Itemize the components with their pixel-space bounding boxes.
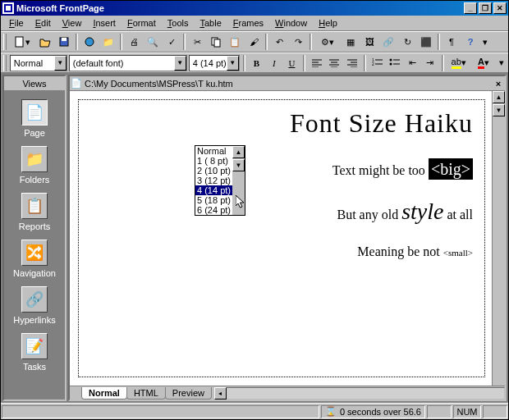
document-tabs: NormalHTMLPreview ◂ (70, 386, 505, 399)
refresh-button[interactable]: ↻ (398, 34, 416, 51)
redo-button[interactable]: ↷ (289, 34, 307, 51)
document-line-1[interactable]: Text might be too <big> (90, 160, 473, 179)
font-size-dropdown[interactable]: Normal1 ( 8 pt)2 (10 pt)3 (12 pt)4 (14 p… (195, 145, 245, 216)
view-item-hyperlinks[interactable]: 🔗Hyperlinks (10, 286, 59, 325)
doc-tab-preview[interactable]: Preview (165, 387, 212, 399)
view-item-navigation[interactable]: 🔀Navigation (10, 240, 59, 278)
document-area: 📄 C:\My Documents\MSPress\T ku.htm × Fon… (68, 75, 507, 401)
menu-window[interactable]: Window (270, 17, 312, 29)
dropdown-icon[interactable]: ▼ (227, 56, 239, 71)
horizontal-scrollbar[interactable]: ◂ (214, 387, 505, 399)
bold-button[interactable]: B (249, 54, 265, 71)
document-icon: 📄 (70, 78, 83, 89)
menubar: FileEditViewInsertFormatToolsTableFrames… (1, 16, 508, 31)
document-line-2[interactable]: But any old style at all (90, 199, 473, 225)
standard-toolbar: ▾ 📁 🖨 🔍 ✓ ✂ 📋 🖌 ↶ ↷ ⚙▾ ▦ 🖼 🔗 ↻ ⬛ ¶ ? ▾ (1, 31, 508, 52)
view-item-reports[interactable]: 📋Reports (10, 193, 59, 231)
bullet-list-button[interactable] (387, 54, 403, 71)
align-right-button[interactable] (344, 54, 360, 71)
publish-button[interactable] (80, 34, 99, 51)
navigation-icon: 🔀 (21, 240, 48, 266)
menu-insert[interactable]: Insert (88, 17, 121, 29)
folder-button[interactable]: 📁 (99, 34, 117, 51)
size-value: 4 (14 pt) (190, 58, 227, 68)
new-button[interactable]: ▾ (9, 34, 35, 51)
scroll-up-button[interactable]: ▲ (493, 91, 505, 103)
document-close-button[interactable]: × (492, 79, 505, 89)
font-combo[interactable]: (default font) ▼ (69, 55, 187, 71)
views-pane: Views 📄Page📁Folders📋Reports🔀Navigation🔗H… (2, 75, 66, 401)
hyperlink-button[interactable]: 🔗 (379, 34, 397, 51)
status-time-text: 0 seconds over 56.6 (340, 407, 421, 417)
document-canvas[interactable]: Font Size Haiku Text might be too <big> … (70, 91, 505, 386)
menu-tools[interactable]: Tools (163, 17, 194, 29)
app-window: Microsoft FrontPage _ ❐ ✕ FileEditViewIn… (0, 0, 509, 420)
menu-view[interactable]: View (57, 17, 87, 29)
minimize-button[interactable]: _ (464, 2, 477, 14)
svg-rect-8 (214, 39, 220, 47)
save-button[interactable] (55, 34, 73, 51)
menu-file[interactable]: File (4, 17, 29, 29)
document-line-3[interactable]: Meaning be not <small> (90, 244, 473, 259)
view-item-folders[interactable]: 📁Folders (10, 146, 59, 185)
scroll-down-button[interactable]: ▼ (232, 159, 245, 171)
preview-button[interactable]: 🔍 (144, 34, 162, 51)
page-body[interactable]: Font Size Haiku Text might be too <big> … (78, 99, 485, 377)
paste-button[interactable]: 📋 (226, 34, 244, 51)
dropdown-icon[interactable]: ▼ (54, 56, 66, 71)
cut-button[interactable]: ✂ (188, 34, 206, 51)
image-button[interactable]: 🖼 (360, 34, 378, 51)
show-all-button[interactable]: ¶ (443, 34, 461, 51)
dropdown-scrollbar[interactable]: ▲ ▼ (232, 146, 245, 215)
menu-frames[interactable]: Frames (228, 17, 268, 29)
table-button[interactable]: ▦ (342, 34, 360, 51)
align-left-button[interactable] (309, 54, 325, 71)
component-button[interactable]: ⚙▾ (314, 34, 341, 51)
underline-button[interactable]: U (284, 54, 300, 71)
scroll-left-button[interactable]: ◂ (214, 387, 227, 399)
scroll-up-button[interactable]: ▲ (232, 146, 245, 158)
document-heading[interactable]: Font Size Haiku (90, 108, 473, 139)
menu-table[interactable]: Table (195, 17, 226, 29)
copy-button[interactable] (207, 34, 225, 51)
app-icon (2, 2, 14, 14)
font-color-button[interactable]: A▾ (472, 54, 495, 71)
view-item-page[interactable]: 📄Page (10, 99, 59, 138)
style-combo[interactable]: Normal ▼ (10, 55, 67, 71)
status-connection: ⌛ 0 seconds over 56.6 (321, 405, 425, 418)
format-painter-button[interactable]: 🖌 (245, 34, 263, 51)
menu-format[interactable]: Format (122, 17, 161, 29)
view-item-tasks[interactable]: 📝Tasks (10, 333, 59, 372)
open-button[interactable] (36, 34, 54, 51)
help-button[interactable]: ? (461, 34, 479, 51)
svg-point-6 (85, 38, 94, 46)
doc-tab-normal[interactable]: Normal (81, 387, 127, 399)
italic-button[interactable]: I (266, 54, 282, 71)
doc-tab-html[interactable]: HTML (126, 387, 166, 399)
print-button[interactable]: 🖨 (125, 34, 143, 51)
menu-help[interactable]: Help (314, 17, 342, 29)
svg-rect-3 (16, 37, 23, 47)
scroll-down-button[interactable]: ▼ (493, 104, 505, 116)
svg-rect-5 (62, 38, 66, 41)
dropdown-icon[interactable]: ▼ (174, 56, 186, 71)
vertical-scrollbar[interactable]: ▲ ▼ (492, 91, 505, 386)
indent-button[interactable]: ⇥ (422, 54, 438, 71)
status-message (2, 405, 319, 418)
toolbar-options[interactable]: ▾ (480, 34, 490, 51)
toolbar-options-2[interactable]: ▾ (497, 54, 506, 71)
menu-edit[interactable]: Edit (30, 17, 56, 29)
spellcheck-button[interactable]: ✓ (163, 34, 181, 51)
stop-button[interactable]: ⬛ (417, 34, 435, 51)
format-toolbar: Normal ▼ (default font) ▼ 4 (14 pt) ▼ B … (1, 52, 508, 73)
size-combo[interactable]: 4 (14 pt) ▼ (189, 55, 240, 71)
outdent-button[interactable]: ⇤ (405, 54, 421, 71)
highlight-button[interactable]: ab▾ (447, 54, 470, 71)
folders-icon: 📁 (21, 146, 48, 172)
numbered-list-button[interactable]: 12 (369, 54, 386, 71)
svg-point-27 (390, 63, 392, 66)
maximize-button[interactable]: ❐ (479, 2, 492, 14)
undo-button[interactable]: ↶ (270, 34, 288, 51)
close-button[interactable]: ✕ (493, 2, 507, 14)
align-center-button[interactable] (327, 54, 343, 71)
